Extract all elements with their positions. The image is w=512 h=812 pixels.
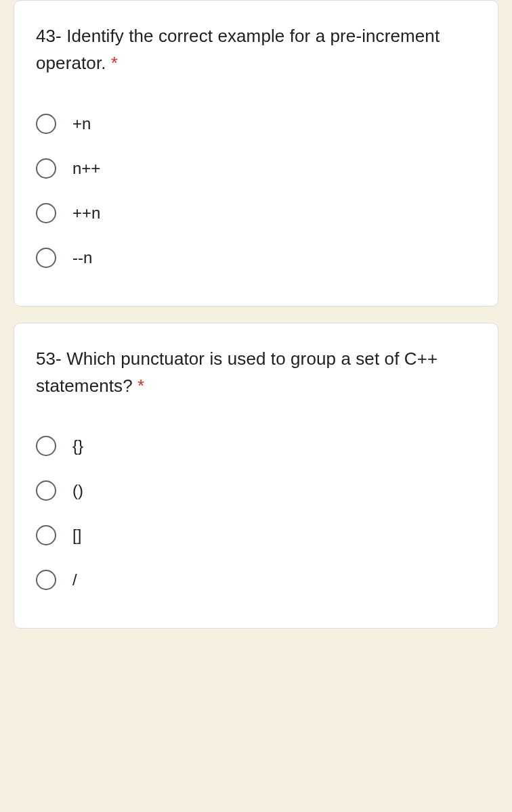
required-indicator: *: [111, 53, 118, 73]
radio-option[interactable]: +n: [36, 102, 476, 146]
radio-option[interactable]: /: [36, 558, 476, 602]
option-label: n++: [72, 159, 100, 178]
radio-option[interactable]: n++: [36, 146, 476, 191]
required-indicator: *: [137, 376, 144, 396]
options-container: +n n++ ++n --n: [36, 102, 476, 280]
radio-icon: [36, 570, 56, 590]
option-label: ++n: [72, 204, 100, 223]
radio-icon: [36, 525, 56, 545]
radio-icon: [36, 114, 56, 134]
question-title: 43- Identify the correct example for a p…: [36, 22, 476, 77]
question-card: 43- Identify the correct example for a p…: [14, 0, 498, 307]
radio-option[interactable]: ++n: [36, 191, 476, 235]
question-text-content: 53- Which punctuator is used to group a …: [36, 348, 438, 396]
radio-icon: [36, 158, 56, 179]
options-container: {} () [] /: [36, 424, 476, 602]
radio-option[interactable]: {}: [36, 424, 476, 468]
radio-icon: [36, 436, 56, 456]
option-label: []: [72, 526, 81, 545]
option-label: --n: [72, 248, 92, 267]
option-label: +n: [72, 114, 91, 133]
question-card: 53- Which punctuator is used to group a …: [14, 323, 498, 629]
option-label: (): [72, 481, 83, 500]
question-text-content: 43- Identify the correct example for a p…: [36, 26, 440, 73]
radio-icon: [36, 248, 56, 268]
radio-icon: [36, 480, 56, 501]
question-title: 53- Which punctuator is used to group a …: [36, 345, 476, 400]
option-label: {}: [72, 436, 83, 455]
radio-option[interactable]: --n: [36, 235, 476, 280]
radio-option[interactable]: (): [36, 468, 476, 513]
option-label: /: [72, 570, 77, 589]
radio-icon: [36, 203, 56, 223]
radio-option[interactable]: []: [36, 513, 476, 558]
